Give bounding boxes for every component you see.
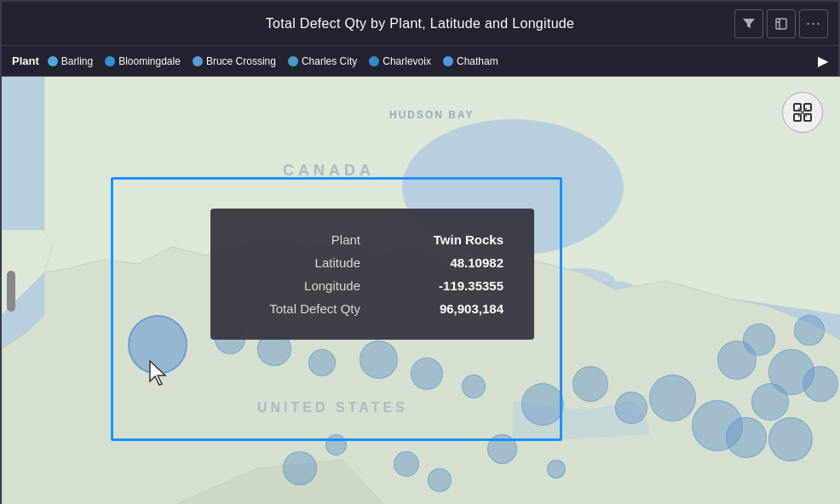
legend-dot-barling [48,56,58,66]
data-circle-8[interactable] [572,366,608,402]
tooltip-key-latitude: Latitude [241,255,360,270]
data-circle-10[interactable] [649,375,696,421]
data-circle-16[interactable] [394,451,419,477]
tooltip-row-defect-qty: Total Defect Qty 96,903,184 [241,301,503,316]
data-circle-14[interactable] [768,417,813,461]
map-area[interactable]: Hudson Bay CANADA UNITED STATES [2,77,840,504]
data-circle-25[interactable] [794,315,825,346]
tooltip-key-plant: Plant [241,232,360,247]
tooltip-row-latitude: Latitude 48.10982 [241,255,503,270]
data-circle-22[interactable] [743,324,775,356]
tooltip-box: Plant Twin Rocks Latitude 48.10982 Longi… [210,209,534,340]
cursor-icon [147,359,174,387]
tooltip-row-longitude: Longitude -119.35355 [241,278,503,293]
svg-rect-0 [776,19,786,29]
legend-dot-bruce-crossing [193,56,203,66]
tooltip-key-longitude: Longitude [241,278,360,293]
title-bar: Total Defect Qty by Plant, Latitude and … [2,2,838,46]
data-circle-12[interactable] [726,417,767,458]
tooltip-val-latitude: 48.10982 [450,255,503,270]
data-circle-24[interactable] [803,366,838,402]
legend-item-charles-city: Charles City [288,55,357,67]
data-circle-19[interactable] [428,468,452,492]
tooltip-val-defect-qty: 96,903,184 [440,301,503,316]
filter-button[interactable] [734,9,763,38]
legend-bar: Plant Barling Bloomingdale Bruce Crossin… [2,46,838,77]
focus-button[interactable] [782,92,823,133]
legend-item-charlevoix: Charlevoix [369,55,431,67]
legend-name-charles-city: Charles City [302,55,357,67]
more-options-button[interactable]: ··· [799,9,828,38]
side-scrollbar[interactable] [7,271,15,312]
data-circle-9[interactable] [615,392,647,424]
legend-name-chatham: Chatham [457,55,498,67]
legend-item-barling: Barling [48,55,93,67]
expand-button[interactable] [767,9,796,38]
data-circle-20[interactable] [547,460,566,478]
legend-label: Plant [12,54,39,67]
data-circle-18[interactable] [283,451,317,485]
legend-item-bloomingdale: Bloomingdale [105,55,181,67]
toolbar-icons: ··· [734,9,828,38]
legend-dot-bloomingdale [105,56,115,66]
legend-dot-charlevoix [369,56,379,66]
legend-name-bruce-crossing: Bruce Crossing [206,55,276,67]
legend-item-chatham: Chatham [443,55,498,67]
chart-title: Total Defect Qty by Plant, Latitude and … [266,16,574,32]
legend-item-bruce-crossing: Bruce Crossing [193,55,276,67]
legend-name-barling: Barling [61,55,93,67]
tooltip-row-plant: Plant Twin Rocks [241,232,503,247]
tooltip-key-defect-qty: Total Defect Qty [241,301,360,316]
legend-dot-charles-city [288,56,298,66]
dashboard-container: Total Defect Qty by Plant, Latitude and … [0,0,840,504]
tooltip-val-plant: Twin Rocks [434,232,503,247]
legend-scroll-right[interactable]: ▶ [818,53,828,69]
hudson-bay-label: Hudson Bay [389,109,475,121]
legend-dot-chatham [443,56,453,66]
legend-name-charlevoix: Charlevoix [383,55,431,67]
legend-name-bloomingdale: Bloomingdale [118,55,181,67]
tooltip-val-longitude: -119.35355 [439,278,503,293]
